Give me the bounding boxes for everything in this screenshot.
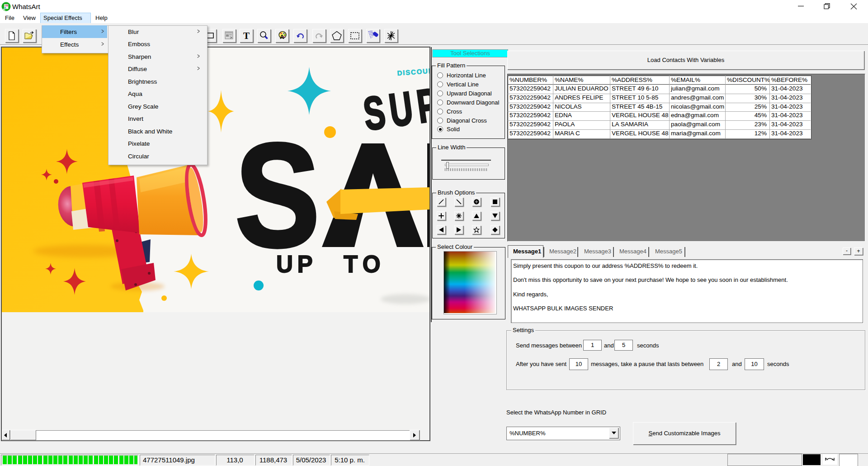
svg-text:UP: UP — [276, 250, 317, 277]
svg-text:A: A — [280, 33, 284, 40]
svg-text:T: T — [243, 31, 250, 41]
svg-text:TO: TO — [344, 250, 386, 277]
